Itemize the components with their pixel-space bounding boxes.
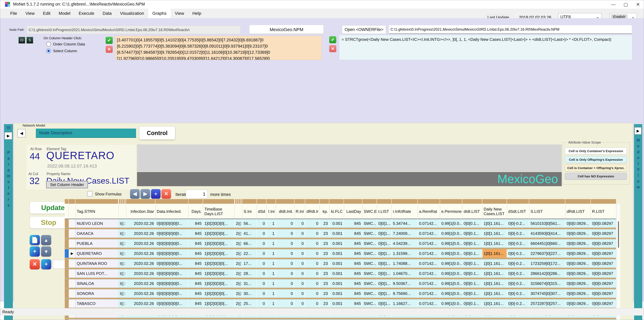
cell-inf[interactable]: 2020.02.26 <box>126 299 156 308</box>
cell-drdtlist[interactable]: 0]0[0.0829... <box>566 229 591 238</box>
cell-sini[interactable]: 66... <box>242 239 257 248</box>
cell-rowmark[interactable] <box>65 249 69 258</box>
cell-ki[interactable]: 0.001 <box>330 239 344 248</box>
cell-swc[interactable]: SWC... <box>362 299 377 308</box>
cell-rowmark[interactable] <box>65 229 69 238</box>
cell-inf[interactable]: 2020.02.26 <box>126 219 156 228</box>
cell-slist[interactable]: 1380011]0[138... <box>529 319 566 320</box>
column-header-didtlist[interactable]: dIdt.LIST <box>462 204 482 219</box>
cell-days[interactable]: 845 <box>188 259 203 268</box>
cell-rowmark[interactable] <box>65 269 69 278</box>
cell-inf[interactable]: 2020.02.26 <box>126 249 156 258</box>
cell-lastday[interactable]: 845 <box>344 299 362 308</box>
cell-rlist[interactable]: 0]0[0.08297 <box>591 219 616 228</box>
cell-rlist[interactable]: 0]0[0.08297 <box>591 269 616 278</box>
column-header-inf[interactable]: Infection.Star <box>126 204 156 219</box>
cell-drdtlist[interactable]: 0]0[0.0829... <box>566 249 591 258</box>
cell-swc[interactable]: SWC... <box>362 259 377 268</box>
cell-timebase[interactable]: 1]0[2]0[3]0[... <box>203 289 235 298</box>
expand-parameters-icon[interactable]: ▶ <box>4 132 12 139</box>
column-header-nc2[interactable] <box>235 204 242 219</box>
cell-lastday[interactable]: 845 <box>344 279 362 288</box>
cell-nc1[interactable]: I((:: <box>118 299 126 308</box>
cell-dsdtlist[interactable]: 0]0[-0.2... <box>507 229 529 238</box>
cell-sel[interactable] <box>69 239 76 248</box>
column-header-nc1[interactable] <box>118 204 126 219</box>
cell-days[interactable]: 845 <box>188 279 203 288</box>
add-icon[interactable]: + <box>41 259 51 269</box>
cell-kp[interactable]: 23 <box>320 299 330 308</box>
cell-inf[interactable]: 2020.02.26 <box>126 279 156 288</box>
cell-nc2[interactable]: 2((: <box>235 239 242 248</box>
cell-sel[interactable] <box>69 299 76 308</box>
cell-days[interactable]: 845 <box>188 319 203 320</box>
menu-item-visualization[interactable]: Visualization <box>116 9 148 18</box>
cell-sini[interactable]: 22... <box>242 249 257 258</box>
cell-didtinit[interactable]: 0 <box>276 249 294 258</box>
cell-rinfct[interactable]: 2.17389... <box>392 319 418 320</box>
cell-dsd[interactable]: 0 <box>257 239 266 248</box>
cell-datainf[interactable]: 0]0[0]0[0]0[0... <box>156 289 188 298</box>
expand-model-view-icon[interactable]: ▶ <box>634 127 642 135</box>
cell-iini[interactable]: 1 <box>266 289 276 298</box>
delete-record-icon[interactable]: ✕ <box>162 189 171 199</box>
cell-kp[interactable]: 23 <box>320 319 330 320</box>
cell-eperm[interactable]: 0.99]1[0.0... <box>440 249 462 258</box>
cell-days[interactable]: 845 <box>188 299 203 308</box>
cell-rlist[interactable]: 0]0[0.08297 <box>591 239 616 248</box>
cell-swc[interactable]: SWC... <box>362 229 377 238</box>
cell-drdtlist[interactable]: 0]0[0.0829... <box>566 269 591 278</box>
column-header-dsd[interactable]: dSd <box>257 204 266 219</box>
cell-inf[interactable]: 2020.02.26 <box>126 319 156 320</box>
move-down-icon[interactable]: ▼ <box>41 246 51 257</box>
cell-days[interactable]: 845 <box>188 249 203 258</box>
cell-slist[interactable]: 5610153]0[561... <box>529 219 566 228</box>
cell-nc1[interactable]: I((:: <box>118 279 126 288</box>
value-list-field[interactable]: [3.407701]0[4.185579]0[5.141023]0[4.7753… <box>115 36 322 60</box>
cell-rini[interactable]: 0 <box>294 289 305 298</box>
previous-record-icon[interactable]: ◀ <box>130 189 140 199</box>
cell-inf[interactable]: 2020.02.26 <box>126 259 156 268</box>
cell-ki[interactable]: 0.001 <box>330 219 344 228</box>
cell-days[interactable]: 845 <box>188 229 203 238</box>
cell-dsdtlist[interactable]: 0]0[-0.2... <box>507 319 529 320</box>
column-header-didtinit[interactable]: dIdt.Init. <box>276 204 294 219</box>
cell-dsd[interactable]: 0 <box>257 259 266 268</box>
cell-drdtlist[interactable]: 0]0[0.0829... <box>566 239 591 248</box>
scope-button[interactable]: Cell is Only Offspring's Expression <box>565 156 627 163</box>
cell-drdtir[interactable]: 0 <box>305 229 320 238</box>
scope-button[interactable]: Cell is Only Container's Expression <box>565 147 627 154</box>
cell-dsd[interactable]: 0 <box>257 249 266 258</box>
cell-dsdtlist[interactable]: 0]0[-0.2... <box>507 249 529 258</box>
column-header-tag[interactable]: Tag.STRN <box>76 204 118 219</box>
cell-datainf[interactable]: 0]0[0]0[0]0[0... <box>156 229 188 238</box>
cell-nc2[interactable]: 2((: <box>235 229 242 238</box>
column-header-rlist[interactable]: R.LIST <box>591 204 616 219</box>
cell-drdtlist[interactable]: 0]0[0.0829... <box>566 289 591 298</box>
cell-lastday[interactable]: 845 <box>344 219 362 228</box>
cell-rowmark[interactable] <box>65 259 69 268</box>
cell-slist[interactable]: 2572287]0[257... <box>529 299 566 308</box>
table-row[interactable]: SAN LUIS POT...I((::2020.02.260]0[0]0[0]… <box>65 269 616 278</box>
cell-nc2[interactable]: 2((: <box>235 269 242 278</box>
cell-timebase[interactable]: 1]0[2]0[3]0[... <box>203 239 235 248</box>
cell-ki[interactable]: 0.001 <box>330 279 344 288</box>
cell-didtlist[interactable]: 0]0[0.1... <box>462 279 482 288</box>
cell-didtlist[interactable]: 0]0[0.1... <box>462 249 482 258</box>
cell-drdtir[interactable]: 0 <box>305 249 320 258</box>
cell-rini[interactable]: 0 <box>294 239 305 248</box>
cell-rini[interactable]: 0 <box>294 279 305 288</box>
cell-rinfct[interactable]: 9.75690... <box>392 289 418 298</box>
cell-drdtlist[interactable]: 0]0[0.0829... <box>566 219 591 228</box>
new-page-icon[interactable] <box>30 235 40 245</box>
cell-rini[interactable]: 0 <box>294 319 305 320</box>
cell-ki[interactable]: 0.001 <box>330 319 344 320</box>
cell-iini[interactable]: 1 <box>266 299 276 308</box>
cell-slist[interactable]: 3074745]0[307... <box>529 289 566 298</box>
cell-rowmark[interactable] <box>65 279 69 288</box>
cell-drdtir[interactable]: 0 <box>305 279 320 288</box>
cell-iini[interactable]: 1 <box>266 229 276 238</box>
tab-control[interactable]: Control <box>139 127 175 139</box>
cell-rlist[interactable]: 0]0[0.08297 <box>591 279 616 288</box>
cell-didtlist[interactable]: 0]0[0.1... <box>462 289 482 298</box>
